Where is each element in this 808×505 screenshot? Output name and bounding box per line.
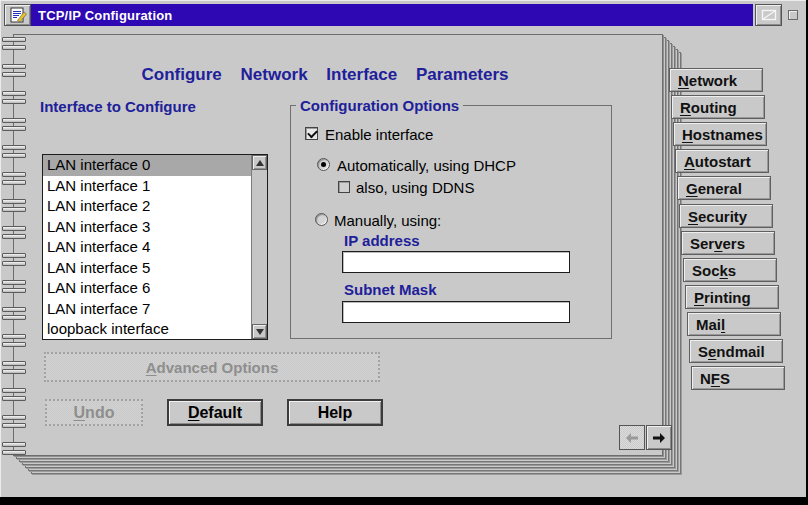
binding-ring-icon <box>2 91 26 104</box>
tab-hostnames[interactable]: Hostnames <box>673 122 767 146</box>
binding-ring-icon <box>2 388 26 401</box>
tab-nfs[interactable]: NFS <box>691 366 785 390</box>
tab-network[interactable]: Network <box>669 68 763 92</box>
tab-security[interactable]: Security <box>679 204 773 228</box>
tab-general[interactable]: General <box>677 176 771 200</box>
tab-servers[interactable]: Servers <box>681 231 775 255</box>
binding-ring-icon <box>2 145 26 158</box>
binding-ring-icon <box>2 37 26 50</box>
tab-stack: NetworkRoutingHostnamesAutostartGeneralS… <box>1 1 806 497</box>
tab-autostart[interactable]: Autostart <box>675 149 769 173</box>
binding-ring-icon <box>2 226 26 239</box>
binding-ring-icon <box>2 118 26 131</box>
binding-ring-icon <box>2 334 26 347</box>
binding-ring-icon <box>2 361 26 374</box>
tcpip-configuration-window: TCP/IP Configuration NetworkRoutingHostn… <box>0 0 806 497</box>
binding-ring-icon <box>2 172 26 185</box>
tab-sendmail[interactable]: Sendmail <box>689 339 783 363</box>
tab-mail[interactable]: Mail <box>687 312 781 336</box>
binding-ring-icon <box>2 415 26 428</box>
binding-ring-icon <box>2 199 26 212</box>
binding-ring-icon <box>2 280 26 293</box>
binding-ring-icon <box>2 253 26 266</box>
binding-ring-icon <box>2 442 26 455</box>
binding-ring-icon <box>2 64 26 77</box>
tab-printing[interactable]: Printing <box>685 285 779 309</box>
tab-socks[interactable]: Socks <box>683 258 777 282</box>
tab-routing[interactable]: Routing <box>671 95 765 119</box>
binding-ring-icon <box>2 307 26 320</box>
